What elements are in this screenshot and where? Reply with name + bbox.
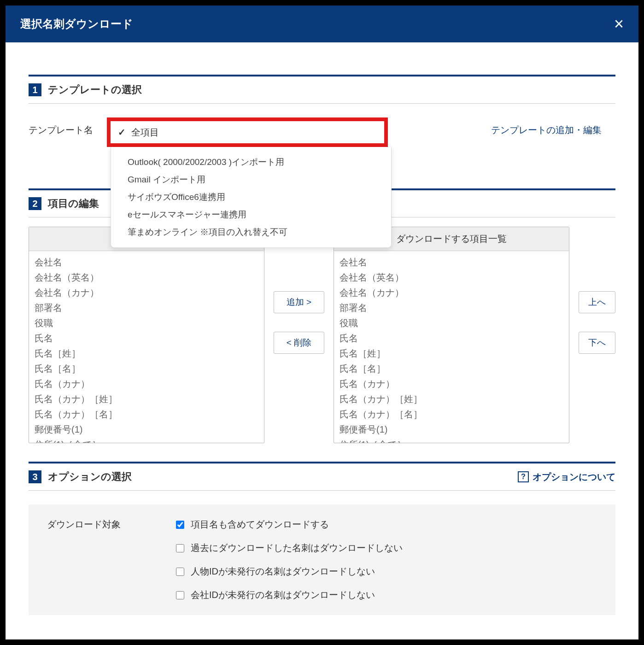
step-1-badge: 1 — [29, 83, 41, 96]
step-3-badge: 3 — [29, 470, 41, 483]
list-item[interactable]: 住所(1)［全て］ — [35, 437, 258, 443]
all-items-listbox[interactable]: 全項目一覧 会社名会社名（英名）会社名（カナ）部署名役職氏名氏名［姓］氏名［名］… — [29, 227, 264, 443]
section-options: 3 オプションの選択 ? オプションについて ダウンロード対象 項目名も含めてダ… — [29, 462, 615, 615]
dropdown-option[interactable]: サイボウズOffice6連携用 — [111, 188, 391, 206]
remove-button[interactable]: < 削除 — [274, 332, 324, 354]
help-icon: ? — [518, 471, 529, 482]
template-label: テンプレート名 — [29, 117, 93, 136]
checkbox-input[interactable] — [176, 591, 184, 599]
add-button[interactable]: 追加 > — [274, 291, 324, 313]
modal-content: 1 テンプレートの選択 テンプレート名 ✓ 全項目 Outlook( 2000/… — [6, 42, 638, 629]
list-item[interactable]: 氏名［名］ — [340, 361, 563, 376]
dropdown-selected[interactable]: ✓ 全項目 — [107, 117, 388, 147]
section-1-title: テンプレートの選択 — [48, 83, 142, 97]
list-item[interactable]: 氏名（カナ）［姓］ — [340, 392, 563, 407]
list-item[interactable]: 氏名［姓］ — [340, 346, 563, 361]
template-dropdown[interactable]: ✓ 全項目 Outlook( 2000/2002/2003 )インポート用 Gm… — [107, 117, 388, 147]
dropdown-option[interactable]: Outlook( 2000/2002/2003 )インポート用 — [111, 153, 391, 171]
down-button[interactable]: 下へ — [579, 332, 615, 354]
checkbox-label: 人物IDが未発行の名刺はダウンロードしない — [191, 565, 375, 578]
checkbox-row[interactable]: 会社IDが未発行の名刺はダウンロードしない — [176, 589, 403, 601]
list-item[interactable]: 会社名（英名） — [340, 270, 563, 285]
dropdown-option[interactable]: Gmail インポート用 — [111, 171, 391, 188]
modal-title: 選択名刺ダウンロード — [20, 17, 133, 31]
up-button[interactable]: 上へ — [579, 291, 615, 313]
options-help-link[interactable]: ? オプションについて — [518, 471, 615, 483]
all-items-body[interactable]: 会社名会社名（英名）会社名（カナ）部署名役職氏名氏名［姓］氏名［名］氏名（カナ）… — [29, 251, 264, 443]
checkbox-label: 項目名も含めてダウンロードする — [191, 518, 329, 531]
section-1-header: 1 テンプレートの選択 — [29, 75, 615, 104]
list-item[interactable]: 会社名 — [340, 255, 563, 270]
section-template: 1 テンプレートの選択 テンプレート名 ✓ 全項目 Outlook( 2000/… — [29, 75, 615, 170]
list-item[interactable]: 部署名 — [340, 300, 563, 316]
options-body: ダウンロード対象 項目名も含めてダウンロードする過去にダウンロードした名刺はダウ… — [29, 504, 615, 615]
section-3-title: オプションの選択 — [48, 470, 132, 484]
check-icon: ✓ — [118, 127, 126, 138]
list-item[interactable]: 氏名［姓］ — [35, 346, 258, 361]
list-item[interactable]: 氏名（カナ）［名］ — [340, 407, 563, 422]
list-item[interactable]: 氏名（カナ）［名］ — [35, 407, 258, 422]
list-item[interactable]: 部署名 — [35, 300, 258, 316]
download-target-label: ダウンロード対象 — [47, 518, 139, 531]
list-item[interactable]: 氏名（カナ） — [340, 376, 563, 392]
checkbox-input[interactable] — [176, 544, 184, 552]
checkbox-label: 過去にダウンロードした名刺はダウンロードしない — [191, 542, 403, 554]
checkbox-input[interactable] — [176, 521, 184, 529]
template-row: テンプレート名 ✓ 全項目 Outlook( 2000/2002/2003 )イ… — [29, 104, 615, 170]
list-item[interactable]: 会社名（カナ） — [35, 285, 258, 300]
list-item[interactable]: 会社名 — [35, 255, 258, 270]
help-text: オプションについて — [533, 471, 615, 483]
download-items-body[interactable]: 会社名会社名（英名）会社名（カナ）部署名役職氏名氏名［姓］氏名［名］氏名（カナ）… — [334, 251, 569, 443]
reorder-buttons: 上へ 下へ — [579, 227, 615, 354]
list-item[interactable]: 氏名（カナ） — [35, 376, 258, 392]
section-3-header: 3 オプションの選択 ? オプションについて — [29, 462, 615, 491]
list-item[interactable]: 郵便番号(1) — [35, 422, 258, 437]
dropdown-selected-text: 全項目 — [131, 126, 159, 139]
template-edit-link[interactable]: テンプレートの追加・編集 — [491, 117, 602, 136]
section-2-title: 項目の編集 — [48, 197, 99, 211]
list-item[interactable]: 氏名［名］ — [35, 361, 258, 376]
edit-columns: 全項目一覧 会社名会社名（英名）会社名（カナ）部署名役職氏名氏名［姓］氏名［名］… — [29, 217, 615, 443]
list-item[interactable]: 役職 — [340, 316, 563, 331]
checkbox-list: 項目名も含めてダウンロードする過去にダウンロードした名刺はダウンロードしない人物… — [176, 518, 403, 601]
close-icon[interactable]: × — [614, 16, 624, 32]
checkbox-label: 会社IDが未発行の名刺はダウンロードしない — [191, 589, 375, 601]
checkbox-row[interactable]: 過去にダウンロードした名刺はダウンロードしない — [176, 542, 403, 554]
list-item[interactable]: 住所(1)［全て］ — [340, 437, 563, 443]
list-item[interactable]: 役職 — [35, 316, 258, 331]
list-item[interactable]: 氏名 — [35, 331, 258, 346]
step-2-badge: 2 — [29, 197, 41, 210]
checkbox-input[interactable] — [176, 568, 184, 576]
download-modal: 選択名刺ダウンロード × 1 テンプレートの選択 テンプレート名 ✓ 全項目 — [0, 0, 644, 645]
list-item[interactable]: 郵便番号(1) — [340, 422, 563, 437]
checkbox-row[interactable]: 人物IDが未発行の名刺はダウンロードしない — [176, 565, 403, 578]
modal-header: 選択名刺ダウンロード × — [6, 6, 638, 42]
list-item[interactable]: 会社名（英名） — [35, 270, 258, 285]
dropdown-option[interactable]: 筆まめオンライン ※項目の入れ替え不可 — [111, 223, 391, 241]
list-item[interactable]: 会社名（カナ） — [340, 285, 563, 300]
dropdown-option[interactable]: eセールスマネージャー連携用 — [111, 206, 391, 223]
checkbox-row[interactable]: 項目名も含めてダウンロードする — [176, 518, 403, 531]
list-item[interactable]: 氏名（カナ）［姓］ — [35, 392, 258, 407]
dropdown-list: Outlook( 2000/2002/2003 )インポート用 Gmail イン… — [111, 147, 392, 248]
download-items-listbox[interactable]: ダウンロードする項目一覧 会社名会社名（英名）会社名（カナ）部署名役職氏名氏名［… — [334, 227, 569, 443]
list-item[interactable]: 氏名 — [340, 331, 563, 346]
